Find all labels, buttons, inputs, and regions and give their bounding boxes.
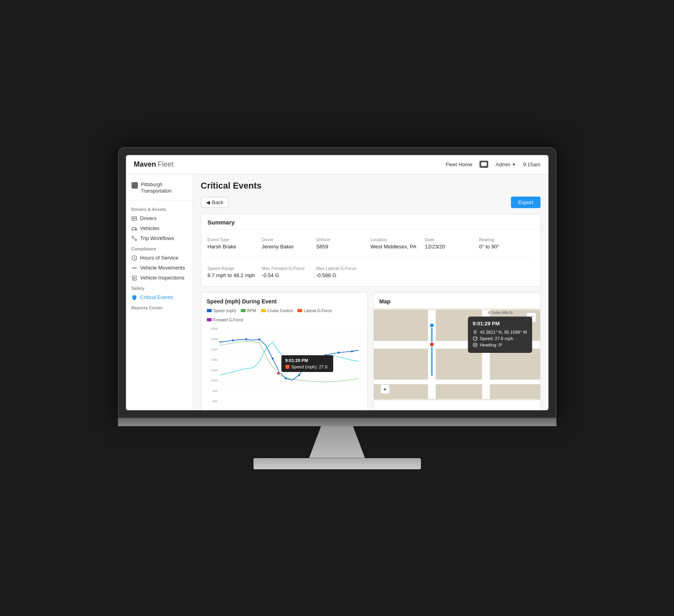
svg-point-55 [429, 342, 434, 346]
summary-card: Summary Event Type Harsh Brake Driver Je… [201, 214, 540, 287]
map-tooltip-heading: Heading: 0° [480, 342, 503, 347]
svg-point-16 [135, 267, 136, 268]
svg-point-33 [271, 357, 273, 359]
tooltip-color [285, 365, 289, 369]
max-forward-g-label: Max Forward G-Force [262, 266, 316, 271]
shield-icon [132, 295, 137, 300]
legend-speed: Speed (mph) [207, 309, 236, 313]
legend-rpm-label: RPM [247, 309, 256, 313]
svg-rect-47 [489, 348, 540, 380]
logo-fleet: Fleet [158, 160, 174, 169]
sidebar-item-hours-of-service[interactable]: Hours of Service [126, 253, 193, 263]
logo-maven: Maven [134, 160, 156, 169]
svg-point-15 [134, 267, 135, 268]
map-zoom-plus-button[interactable]: + [380, 384, 390, 394]
chart-tooltip-value-row: Speed (mph): 27.6 [285, 364, 329, 369]
sidebar-item-critical-events[interactable]: Critical Events [126, 292, 193, 302]
location-label: Location [370, 237, 424, 242]
chart-tooltip-value: Speed (mph): 27.6 [291, 364, 328, 369]
admin-chevron-icon: ▼ [512, 162, 516, 167]
map-area: E Cedar Hills Dr E Cedar Hills Dr ⤢ + [374, 309, 540, 400]
legend-forward-g-label: Forward G-Force [213, 318, 244, 322]
svg-point-29 [220, 341, 220, 343]
map-tooltip-heading-row: Heading: 0° [473, 342, 527, 347]
date-value: 12/23/20 [425, 244, 479, 250]
speed-icon [473, 336, 477, 341]
admin-menu[interactable]: Admin ▼ [495, 161, 516, 167]
section-label-reports-center: Reports Center [126, 302, 193, 312]
svg-rect-48 [374, 383, 540, 399]
clock-icon [132, 255, 137, 261]
map-tooltip-coords: 43.3821° N, 95.1588° W [480, 330, 527, 335]
summary-grid-2: Speed Range 8.7 mph to 48.2 mph Max Forw… [201, 258, 540, 286]
sidebar-item-trip-workflows[interactable]: Trip Workflows [126, 233, 193, 243]
map-tooltip: 9:01:29 PM 43.3821° N, 95.1588° W [468, 317, 532, 353]
legend-speed-color [207, 309, 212, 312]
admin-label: Admin [495, 161, 510, 167]
chart-title: Speed (mph) During Event [207, 298, 362, 305]
chart-tooltip: 9:01:29 PM Speed (mph): 27.6 [281, 355, 333, 372]
back-arrow-icon: ◀ [206, 199, 210, 205]
location-pin-icon [473, 330, 477, 335]
legend-lateral-g-color [297, 309, 302, 312]
legend-cruise-label: Cruise Control [267, 309, 293, 313]
summary-bearing: Bearing 0° to 90° [479, 234, 533, 253]
summary-vehicle: Vehicle S859 [316, 234, 370, 253]
map-tooltip-time: 9:01:29 PM [473, 321, 527, 327]
svg-point-9 [132, 236, 134, 238]
chat-icon[interactable] [479, 161, 488, 168]
section-label-compliance: Compliance [126, 243, 193, 253]
svg-rect-42 [374, 310, 428, 341]
org-selector[interactable]: Pittsburgh Transportation [126, 178, 193, 201]
svg-point-32 [258, 338, 260, 340]
svg-rect-45 [374, 348, 428, 380]
summary-empty-3 [479, 263, 533, 281]
svg-rect-50 [374, 380, 540, 384]
section-label-safety: Safety [126, 283, 193, 292]
app-logo: Maven Fleet [134, 160, 174, 169]
svg-point-38 [338, 351, 340, 353]
sidebar-item-drivers[interactable]: Drivers [126, 213, 193, 223]
legend-rpm-color [241, 309, 246, 312]
monitor-stand-base [253, 458, 421, 469]
back-button[interactable]: ◀ Back [201, 197, 229, 208]
sidebar-item-vehicles[interactable]: Vehicles [126, 223, 193, 233]
svg-point-35 [298, 374, 300, 376]
map-tooltip-coords-row: 43.3821° N, 95.1588° W [473, 330, 527, 335]
svg-point-34 [285, 377, 287, 379]
max-lateral-g-value: -0.588 G [316, 272, 370, 278]
legend-cruise-color [261, 309, 266, 312]
monitor-stand-top [118, 418, 556, 426]
chart-svg-container: 55 50 45 40 35 30 25 20 [220, 325, 362, 405]
svg-point-59 [474, 331, 476, 333]
bearing-label: Bearing [479, 237, 533, 242]
map-card: Map [373, 292, 540, 410]
summary-date: Date 12/23/20 [425, 234, 479, 253]
svg-point-10 [135, 239, 137, 241]
sidebar-item-label: Vehicle Inspections [140, 275, 185, 281]
truck-icon [132, 226, 137, 231]
header-right: Fleet Home Admin ▼ 9:15am [446, 161, 540, 168]
summary-driver: Driver Jeremy Baker [262, 234, 316, 253]
app-header: Maven Fleet Fleet Home Admin [126, 155, 548, 174]
export-button[interactable]: Export [511, 197, 540, 208]
sidebar-item-vehicle-inspections[interactable]: Vehicle Inspections [126, 273, 193, 283]
fleet-home-link[interactable]: Fleet Home [446, 161, 472, 167]
route-icon [132, 236, 137, 241]
org-name: Pittsburgh Transportation [141, 181, 187, 195]
org-icon [132, 182, 138, 189]
summary-header: Summary [201, 214, 540, 229]
svg-point-31 [245, 338, 247, 340]
legend-forward-g-color [207, 318, 212, 321]
summary-speed-range: Speed Range 8.7 mph to 48.2 mph [208, 263, 262, 281]
summary-event-type: Event Type Harsh Brake [208, 234, 262, 253]
map-tooltip-speed-row: Speed: 27.6 mph [473, 336, 527, 341]
sidebar-item-label: Drivers [140, 215, 157, 221]
legend-lateral-g-label: Lateral G-Force [304, 309, 332, 313]
date-label: Date [425, 237, 479, 242]
svg-point-14 [132, 267, 133, 268]
summary-grid: Event Type Harsh Brake Driver Jeremy Bak… [201, 229, 540, 258]
summary-location: Location West Middlesex, PA [370, 234, 424, 253]
svg-marker-1 [482, 166, 483, 167]
sidebar-item-vehicle-movements[interactable]: Vehicle Movements [126, 263, 193, 273]
